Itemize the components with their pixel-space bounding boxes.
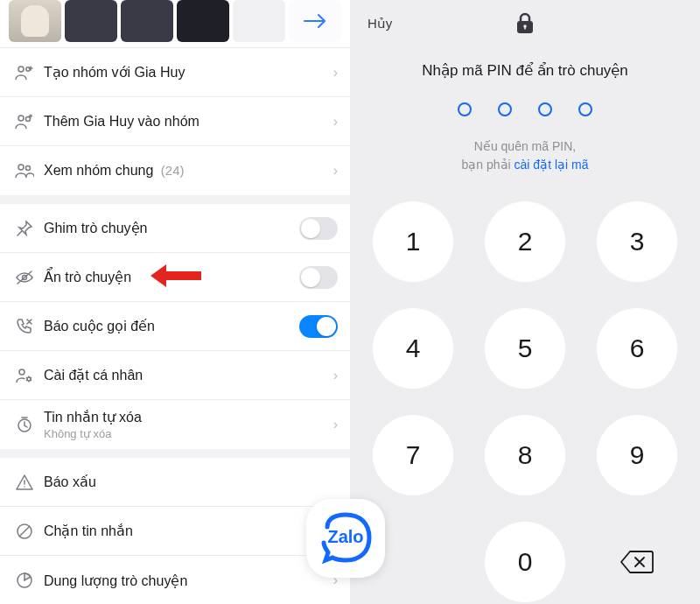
row-label: Dung lượng trò chuyện [37,572,328,589]
key-0[interactable]: 0 [485,522,565,602]
pin-icon [12,220,37,237]
add-to-group-row[interactable]: Thêm Gia Huy vào nhóm › [0,97,350,146]
report-row[interactable]: Báo xấu [0,458,350,507]
key-5[interactable]: 5 [485,308,565,389]
key-7[interactable]: 7 [373,415,453,495]
timer-icon [12,416,37,433]
pin-chat-row[interactable]: Ghim trò chuyện [0,204,350,253]
settings-pane: Tạo nhóm với Gia Huy › Thêm Gia Huy vào … [0,0,350,604]
danger-section: Báo xấu Chặn tin nhắn Dung lượng trò chu… [0,458,350,604]
row-label: Xem nhóm chung (24) [37,163,328,179]
pin-dot [458,102,472,116]
groups-icon [12,162,37,179]
thumbnail[interactable] [177,0,229,42]
chevron-right-icon: › [328,65,338,81]
thumbnail-more[interactable] [289,0,341,42]
svg-point-5 [26,166,31,171]
personal-settings-row[interactable]: Cài đặt cá nhân › [0,351,350,400]
auto-delete-row[interactable]: Tin nhắn tự xóa Không tự xóa › [0,400,350,449]
svg-point-4 [18,165,24,170]
arrow-right-icon [304,13,326,29]
group-plus-icon [12,113,37,130]
lock-icon [515,12,535,39]
storage-icon [12,572,37,589]
user-gear-icon [12,367,37,384]
hide-chat-row[interactable]: Ẩn trò chuyện [0,253,350,302]
eye-off-icon [12,269,37,286]
hide-chat-toggle[interactable] [299,266,338,289]
forgot-pin-text: Nếu quên mã PIN, bạn phải cài đặt lại mã [462,137,589,174]
call-notify-row[interactable]: Báo cuộc gọi đến [0,302,350,351]
key-2[interactable]: 2 [485,201,565,282]
svg-point-0 [18,67,24,72]
pin-dots [458,102,592,116]
group-add-icon [12,64,37,81]
thumbnail[interactable] [65,0,117,42]
backspace-icon [620,550,654,574]
view-groups-row[interactable]: Xem nhóm chung (24) › [0,146,350,195]
keypad: 1 2 3 4 5 6 7 8 9 0 [367,195,683,604]
thumbnail[interactable] [9,0,61,42]
pin-dot [578,102,592,116]
media-thumbnails [0,0,350,47]
row-label: Tin nhắn tự xóa Không tự xóa [37,409,328,440]
chevron-right-icon: › [328,163,338,179]
create-group-row[interactable]: Tạo nhóm với Gia Huy › [0,48,350,97]
row-sublabel: Không tự xóa [44,427,328,440]
pin-entry-pane: Hủy Nhập mã PIN để ẩn trò chuyện Nếu quê… [350,0,700,604]
chat-options-section: Ghim trò chuyện Ẩn trò chuyện Báo cuộc g… [0,204,350,449]
pin-header: Hủy [350,0,700,32]
key-6[interactable]: 6 [597,308,677,389]
phone-icon [12,318,37,335]
warning-icon [12,474,37,491]
thumbnail[interactable] [121,0,173,42]
row-label: Ghim trò chuyện [37,220,299,236]
row-label: Báo cuộc gọi đến [37,318,299,334]
key-1[interactable]: 1 [373,201,453,282]
svg-point-7 [19,369,24,375]
key-4[interactable]: 4 [373,308,453,389]
pin-dot [498,102,512,116]
chevron-right-icon: › [328,368,338,383]
svg-rect-15 [524,26,526,30]
thumbnail[interactable] [233,0,285,42]
svg-point-3 [26,116,31,121]
zalo-logo: Zalo [306,499,385,578]
call-notify-toggle[interactable] [299,315,338,338]
row-label: Cài đặt cá nhân [37,367,328,383]
block-row[interactable]: Chặn tin nhắn [0,507,350,556]
cancel-button[interactable]: Hủy [368,16,392,32]
group-section: Tạo nhóm với Gia Huy › Thêm Gia Huy vào … [0,47,350,195]
svg-point-2 [18,116,24,121]
chevron-right-icon: › [328,417,338,432]
block-icon [12,523,37,540]
pin-chat-toggle[interactable] [299,217,338,240]
row-label: Thêm Gia Huy vào nhóm [37,114,328,130]
row-label: Tạo nhóm với Gia Huy [37,64,328,81]
group-count: (24) [161,163,185,178]
key-backspace[interactable] [597,522,677,602]
storage-row[interactable]: Dung lượng trò chuyện › [0,556,350,604]
chevron-right-icon: › [328,114,338,130]
row-label: Chặn tin nhắn [37,523,338,539]
reset-pin-link[interactable]: cài đặt lại mã [514,158,589,172]
pin-dot [538,102,552,116]
pin-title: Nhập mã PIN để ẩn trò chuyện [422,61,628,80]
key-8[interactable]: 8 [485,415,565,495]
key-9[interactable]: 9 [597,415,677,495]
row-label: Báo xấu [37,474,338,490]
key-3[interactable]: 3 [597,201,677,282]
highlight-arrow-icon [149,263,201,292]
svg-text:Zalo: Zalo [327,527,363,546]
